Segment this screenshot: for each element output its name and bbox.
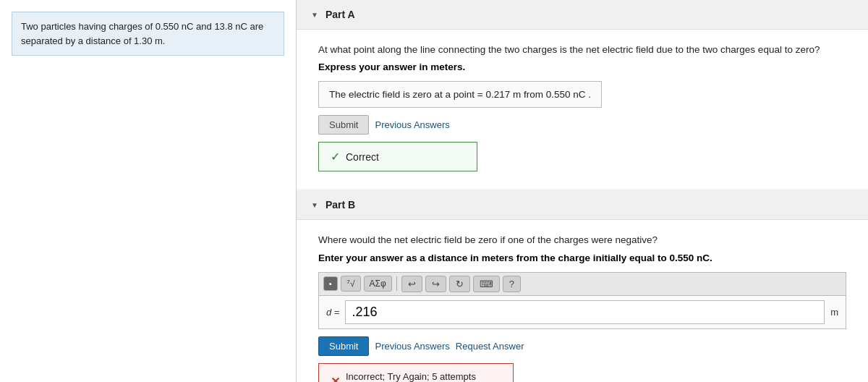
part-b-previous-answers-link[interactable]: Previous Answers xyxy=(375,341,449,352)
toolbar-redo-button[interactable]: ↪ xyxy=(425,276,446,292)
math-input-row: d = m xyxy=(319,296,846,328)
left-panel: Two particles having charges of 0.550 nC… xyxy=(0,0,297,382)
part-a-actions: Submit Previous Answers xyxy=(318,115,846,135)
toolbar-keyboard-button[interactable]: ⌨ xyxy=(473,276,500,292)
part-b-title: Part B xyxy=(326,199,355,211)
part-a-answer-display: The electric field is zero at a point = … xyxy=(318,81,602,108)
math-toolbar: ▪ ⁷√ ΑΣφ ↩ ↪ ↻ ⌨ ? xyxy=(319,273,846,296)
part-b-section: ▼ Part B Where would the net electric fi… xyxy=(297,190,868,382)
part-a-header[interactable]: ▼ Part A xyxy=(297,0,868,30)
part-a-correct-badge: ✓ Correct xyxy=(318,142,477,171)
part-a-previous-answers-link[interactable]: Previous Answers xyxy=(375,119,449,130)
part-a-content: At what point along the line connecting … xyxy=(297,30,868,189)
part-b-content: Where would the net electric field be ze… xyxy=(297,220,868,382)
part-b-submit-button[interactable]: Submit xyxy=(318,336,369,356)
part-b-question: Where would the net electric field be ze… xyxy=(318,233,846,247)
toolbar-separator-1 xyxy=(396,276,397,291)
part-a-section: ▼ Part A At what point along the line co… xyxy=(297,0,868,189)
toolbar-symbol-button[interactable]: ΑΣφ xyxy=(364,276,392,292)
right-panel: ▼ Part A At what point along the line co… xyxy=(297,0,868,382)
sqrt-icon: ⁷√ xyxy=(346,279,355,289)
math-editor: ▪ ⁷√ ΑΣφ ↩ ↪ ↻ ⌨ ? d = m xyxy=(318,272,846,329)
input-label: d = xyxy=(326,307,339,318)
part-a-instruction: Express your answer in meters. xyxy=(318,61,846,72)
toolbar-refresh-button[interactable]: ↻ xyxy=(449,276,470,292)
part-b-instruction: Enter your answer as a distance in meter… xyxy=(318,252,846,263)
part-b-header[interactable]: ▼ Part B xyxy=(297,190,868,220)
part-b-incorrect-badge: ✕ Incorrect; Try Again; 5 attempts remai… xyxy=(318,363,514,383)
part-b-actions: Submit Previous Answers Request Answer xyxy=(318,336,846,356)
part-a-title: Part A xyxy=(326,9,355,20)
input-unit: m xyxy=(830,307,838,318)
part-a-submit-button[interactable]: Submit xyxy=(318,115,369,135)
toolbar-sqrt-button[interactable]: ⁷√ xyxy=(341,276,361,292)
correct-label: Correct xyxy=(346,151,379,163)
part-b-input[interactable] xyxy=(345,300,825,324)
x-icon: ✕ xyxy=(331,375,340,382)
part-b-chevron-icon: ▼ xyxy=(311,201,318,209)
incorrect-label: Incorrect; Try Again; 5 attempts remaini… xyxy=(346,371,501,383)
toolbar-frac-button[interactable]: ▪ xyxy=(323,276,338,291)
toolbar-help-button[interactable]: ? xyxy=(503,276,521,292)
part-a-chevron-icon: ▼ xyxy=(311,11,318,19)
checkmark-icon: ✓ xyxy=(331,150,340,164)
part-a-question: At what point along the line connecting … xyxy=(318,43,846,57)
problem-text: Two particles having charges of 0.550 nC… xyxy=(21,21,263,46)
problem-statement: Two particles having charges of 0.550 nC… xyxy=(12,12,284,56)
frac-icon: ▪ xyxy=(329,279,332,288)
toolbar-undo-button[interactable]: ↩ xyxy=(401,276,422,292)
part-b-request-answer-link[interactable]: Request Answer xyxy=(456,341,524,352)
